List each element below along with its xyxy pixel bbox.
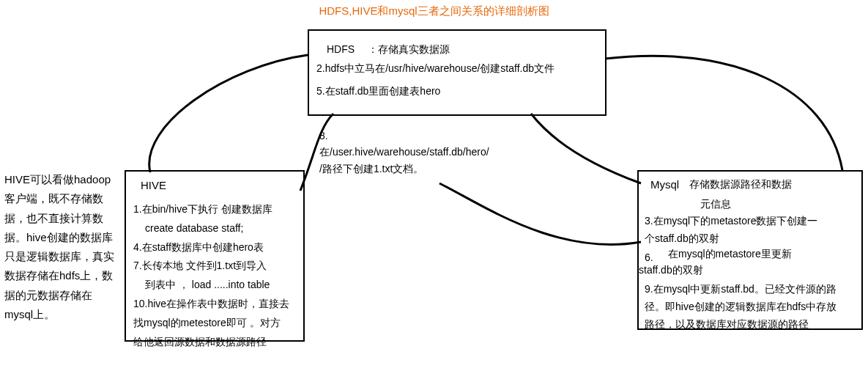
mysql-step-3a: 3.在mysql下的metastore数据下创建一	[645, 213, 856, 229]
step-8-line2: /路径下创建1.txt文档。	[319, 161, 561, 177]
hive-step-7b: 到表中 ， load .....into table	[133, 276, 296, 294]
hive-box: 1.在bin/hive下执行 创建数据库 create database sta…	[125, 170, 305, 342]
mysql-step-9c: 路径，以及数据库对应数据源的路径	[645, 316, 856, 333]
mysql-label: Mysql	[650, 176, 679, 194]
hive-step-10b: 找mysql的metestore即可 。对方	[133, 315, 296, 332]
hive-step-7: 7.长传本地 文件到1.txt到导入	[133, 257, 296, 275]
hdfs-step-8: 8. 在/user.hive/warehouse/staff.db/hero/ …	[319, 128, 561, 177]
mysql-step-6-txt: 在mysql的metastore里更新	[668, 248, 792, 261]
hdfs-label: HDFS	[327, 41, 355, 57]
hive-side-note: HIVE可以看做hadoop客户端，既不存储数据，也不直接计算数据。hive创建…	[4, 170, 114, 324]
hive-step-10c: 给他返回源数据和数据源路径	[133, 334, 296, 351]
mysql-step-9b: 径。即hive创建的逻辑数据库在hdfs中存放	[645, 298, 856, 315]
mysql-step-3b: 个staff.db的双射	[645, 230, 856, 247]
mysql-desc1: 存储数据源路径和数据	[689, 176, 792, 193]
hive-step-10: 10.hive在操作表中数据时，直接去	[133, 295, 296, 313]
hive-step-1: 1.在bin/hive下执行 创建数据库	[133, 201, 296, 218]
diagram-title: HDFS,HIVE和mysql三者之间关系的详细剖析图	[0, 4, 868, 18]
mysql-step-6-num: 6.	[645, 251, 653, 263]
step-8-num: 8.	[319, 128, 561, 144]
hive-step-4: 4.在staff数据库中创建hero表	[133, 239, 296, 257]
hdfs-box: HDFS ：存储真实数据源 2.hdfs中立马在/usr/hive/wareho…	[308, 29, 607, 116]
mysql-step-9a: 9.在mysql中更新staff.bd。已经文件源的路	[645, 281, 856, 298]
hdfs-step-5: 5.在staff.db里面创建表hero	[316, 83, 598, 99]
step-8-line1: 在/user.hive/warehouse/staff.db/hero/	[319, 144, 561, 160]
mysql-step-6-txt2: staff.db的双射	[639, 264, 703, 277]
hive-step-1b: create database staff;	[133, 220, 296, 238]
mysql-desc2: 元信息	[645, 196, 856, 213]
hdfs-step-2: 2.hdfs中立马在/usr/hive/warehouse/创建staff.db…	[316, 60, 598, 76]
hdfs-desc: ：存储真实数据源	[368, 43, 450, 55]
